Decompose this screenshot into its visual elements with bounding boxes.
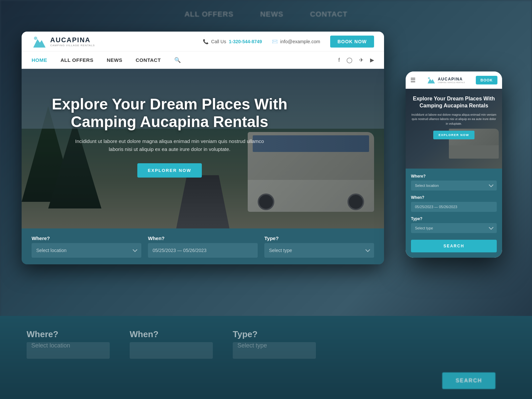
- mobile-hero-title: Explore Your Dream Places With Camping A…: [411, 95, 497, 109]
- bottom-where-placeholder: Select location: [27, 342, 110, 359]
- mobile-chevron-2: [489, 225, 493, 230]
- mobile-logo-text: AUCAPINA CAMPING VEHICLE RENTALS: [438, 77, 465, 83]
- logo-mountain-icon: [32, 35, 47, 48]
- nav-home[interactable]: HOME: [32, 57, 47, 63]
- instagram-icon[interactable]: ◯: [346, 57, 352, 63]
- nav-contact[interactable]: CONTACT: [136, 57, 161, 63]
- bottom-blur-content: Where? Select location When? Type? Selec…: [0, 316, 532, 372]
- mobile-topbar: ☰ AUCAPINA CAMPING VEHICLE RENTALS BOOK: [406, 71, 502, 89]
- mobile-logo-sub: CAMPING VEHICLE RENTALS: [438, 81, 465, 83]
- mobile-where-group: Where? Select location: [411, 174, 497, 191]
- topbar-contact: 📞 Call Us 1-320-544-8749 ✉️ info@example…: [203, 36, 374, 48]
- site-nav: HOME ALL OFFERS NEWS CONTACT 🔍 f ◯ ✈ ▶: [22, 52, 384, 69]
- hero-title: Explore Your Dream Places With Camping A…: [38, 95, 301, 131]
- mobile-where-label: Where?: [411, 174, 497, 179]
- logo-subtitle: CAMPING VILLAGE RENTALS: [50, 44, 95, 47]
- phone-number[interactable]: 1-320-544-8749: [229, 39, 262, 44]
- location-select[interactable]: Select location: [32, 243, 141, 258]
- background-nav: ALL OFFERS NEWS CONTACT: [0, 10, 532, 19]
- bg-nav-contact: CONTACT: [310, 10, 347, 19]
- mobile-logo-name: AUCAPINA: [438, 77, 465, 81]
- bottom-search-button[interactable]: SEARCH: [442, 372, 495, 389]
- where-group: Where? Select location: [32, 235, 141, 258]
- nav-news[interactable]: NEWS: [107, 57, 122, 63]
- phone-icon: 📞: [203, 39, 208, 44]
- logo-name: AUCAPINA: [50, 36, 95, 44]
- svg-point-1: [428, 77, 430, 79]
- mobile-search-button[interactable]: SEARCH: [411, 240, 497, 252]
- type-select[interactable]: Select type: [264, 243, 374, 258]
- bottom-type-field: Select type: [233, 342, 316, 359]
- date-range-value: 05/25/2023 — 05/26/2023: [153, 248, 206, 253]
- mobile-date-value: 05/25/2023 — 05/26/2023: [415, 205, 457, 209]
- type-placeholder: Select type: [269, 248, 292, 253]
- call-label: Call Us: [211, 39, 226, 44]
- email-icon: ✉️: [272, 39, 278, 44]
- mobile-location-placeholder: Select location: [415, 184, 439, 188]
- mobile-logo-icon: [427, 76, 436, 84]
- when-group: When? 05/25/2023 — 05/26/2023: [148, 235, 258, 258]
- bottom-when-label: When?: [130, 329, 213, 339]
- nav-social: f ◯ ✈ ▶: [338, 57, 374, 63]
- mobile-location-select[interactable]: Select location: [411, 181, 497, 191]
- nav-links: HOME ALL OFFERS NEWS CONTACT 🔍: [32, 57, 181, 63]
- bottom-type-group: Type? Select type: [233, 329, 316, 359]
- chevron-down-icon: [133, 247, 137, 252]
- svg-point-0: [34, 37, 37, 40]
- mobile-type-label: Type?: [411, 216, 497, 221]
- mobile-when-group: When? 05/25/2023 — 05/26/2023: [411, 195, 497, 212]
- bg-nav-offers: ALL OFFERS: [185, 10, 234, 19]
- mobile-type-select[interactable]: Select type: [411, 223, 497, 233]
- youtube-icon[interactable]: ▶: [370, 57, 374, 63]
- where-label: Where?: [32, 235, 141, 241]
- telegram-icon[interactable]: ✈: [359, 57, 363, 63]
- mobile-when-label: When?: [411, 195, 497, 200]
- bottom-type-placeholder: Select type: [233, 337, 272, 353]
- when-label: When?: [148, 235, 258, 241]
- contact-email: ✉️ info@example.com: [272, 39, 320, 44]
- bottom-where-group: Where? Select location: [27, 329, 110, 359]
- bottom-when-field: [130, 342, 213, 359]
- location-placeholder: Select location: [36, 248, 66, 253]
- search-icon[interactable]: 🔍: [174, 57, 181, 63]
- mobile-hero: Explore Your Dream Places With Camping A…: [406, 89, 502, 169]
- type-group: Type? Select type: [264, 235, 374, 258]
- mobile-hero-description: Incididunt ut labore eut dolore magna al…: [411, 113, 497, 126]
- site-topbar: AUCAPINA CAMPING VILLAGE RENTALS 📞 Call …: [22, 32, 384, 52]
- explorer-now-button[interactable]: EXPLORER NOW: [137, 163, 202, 178]
- mobile-logo: AUCAPINA CAMPING VEHICLE RENTALS: [427, 76, 465, 84]
- book-now-button[interactable]: BOOK NOW: [330, 36, 374, 48]
- hamburger-icon[interactable]: ☰: [410, 76, 416, 84]
- logo-text-group: AUCAPINA CAMPING VILLAGE RENTALS: [50, 36, 95, 47]
- bottom-location-placeholder: Select location: [27, 337, 75, 353]
- facebook-icon[interactable]: f: [338, 57, 340, 63]
- contact-phone: 📞 Call Us 1-320-544-8749: [203, 39, 262, 44]
- mobile-card: ☰ AUCAPINA CAMPING VEHICLE RENTALS BOOK …: [406, 71, 502, 258]
- search-bar: Where? Select location When? 05/25/2023 …: [22, 228, 384, 264]
- chevron-down-icon-2: [365, 247, 370, 252]
- mobile-search-form: Where? Select location When? 05/25/2023 …: [406, 169, 502, 258]
- hero-section: Explore Your Dream Places With Camping A…: [22, 69, 384, 228]
- mobile-date-input[interactable]: 05/25/2023 — 05/26/2023: [411, 202, 497, 212]
- bg-nav-news: NEWS: [260, 10, 283, 19]
- date-range-input[interactable]: 05/25/2023 — 05/26/2023: [148, 243, 258, 258]
- type-label: Type?: [264, 235, 374, 241]
- mobile-book-button[interactable]: BOOK: [476, 76, 497, 84]
- email-address: info@example.com: [280, 39, 320, 44]
- site-logo: AUCAPINA CAMPING VILLAGE RENTALS: [32, 35, 95, 48]
- nav-all-offers[interactable]: ALL OFFERS: [61, 57, 93, 63]
- hero-description: Incididunt ut labore eut dolore magna al…: [73, 137, 266, 153]
- hero-content: Explore Your Dream Places With Camping A…: [38, 95, 301, 178]
- mobile-explorer-button[interactable]: EXPLORER NOW: [433, 131, 474, 139]
- mobile-type-placeholder: Select type: [415, 226, 433, 230]
- bottom-when-group: When?: [130, 329, 213, 359]
- mobile-chevron-1: [489, 183, 493, 187]
- mobile-hero-content: Explore Your Dream Places With Camping A…: [406, 89, 502, 146]
- mobile-type-group: Type? Select type: [411, 216, 497, 233]
- browser-window: AUCAPINA CAMPING VILLAGE RENTALS 📞 Call …: [22, 32, 384, 264]
